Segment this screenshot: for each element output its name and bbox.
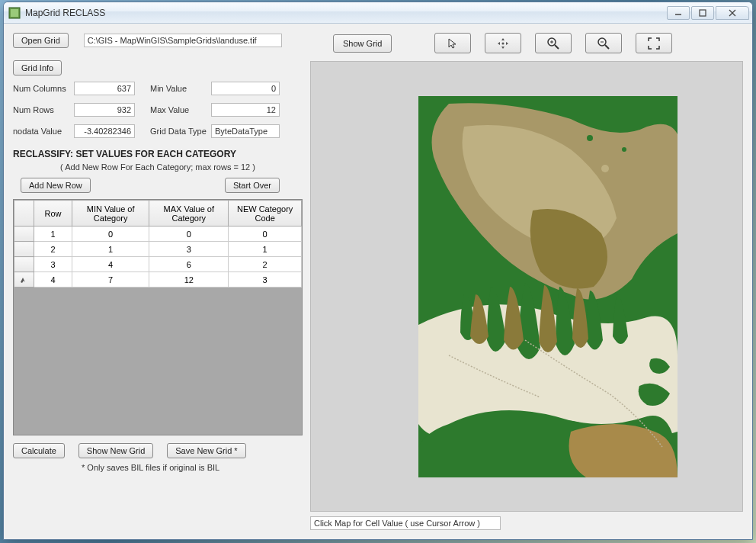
row-header <box>14 227 34 242</box>
cell-row[interactable]: 3 <box>34 257 72 272</box>
minimize-button[interactable] <box>667 6 690 20</box>
window-title: MapGrid RECLASS <box>25 8 665 18</box>
col-code: NEW Category Code <box>229 201 302 227</box>
num-rows-label: Num Rows <box>13 105 74 114</box>
svg-point-15 <box>587 135 593 141</box>
cell-code[interactable]: 2 <box>229 257 302 272</box>
right-panel: Show Grid <box>310 33 743 530</box>
pan-tool[interactable] <box>485 33 521 53</box>
zoom-in-tool[interactable] <box>535 33 572 53</box>
pan-icon <box>496 37 510 50</box>
col-row: Row <box>34 201 72 227</box>
save-new-grid-button[interactable]: Save New Grid * <box>167 443 245 458</box>
cell-row[interactable]: 1 <box>34 227 72 242</box>
zoom-out-icon <box>597 37 610 50</box>
open-grid-button[interactable]: Open Grid <box>13 33 69 48</box>
bottom-buttons: Calculate Show New Grid Save New Grid * <box>13 443 303 458</box>
save-footnote: * Only saves BIL files if original is BI… <box>82 463 303 472</box>
svg-point-6 <box>502 42 505 44</box>
num-columns-label: Num Columns <box>13 84 74 93</box>
cell-row[interactable]: 2 <box>34 242 72 257</box>
cell-min[interactable]: 4 <box>72 257 149 272</box>
calculate-button[interactable]: Calculate <box>13 443 65 458</box>
cell-code[interactable]: 0 <box>229 227 302 242</box>
map-canvas <box>418 96 678 477</box>
cell-max[interactable]: 12 <box>149 272 229 288</box>
table-row[interactable]: 2131 <box>14 242 302 257</box>
col-min: MIN Value of Category <box>72 201 149 227</box>
reclass-title: RECLASSIFY: SET VALUES FOR EACH CATEGORY <box>13 149 303 159</box>
num-columns-field[interactable] <box>74 82 135 95</box>
nodata-field[interactable] <box>74 124 135 138</box>
max-value-label: Max Value <box>150 105 211 114</box>
left-panel: Open Grid Grid Info Num Columns Min Valu… <box>13 33 303 530</box>
cell-min[interactable]: 7 <box>72 272 149 288</box>
map-toolbar: Show Grid <box>310 33 743 53</box>
zoom-in-icon <box>546 37 560 50</box>
zoom-extent-tool[interactable] <box>636 33 672 53</box>
maximize-button[interactable] <box>691 6 714 20</box>
cursor-arrow-icon <box>447 37 459 50</box>
show-new-grid-button[interactable]: Show New Grid <box>78 443 153 458</box>
row-header <box>14 272 34 288</box>
svg-line-8 <box>555 45 559 49</box>
row-header <box>14 242 34 257</box>
map-viewport[interactable] <box>310 61 743 512</box>
table-header-row: Row MIN Value of Category MAX Value of C… <box>14 201 302 227</box>
cell-max[interactable]: 3 <box>149 242 229 257</box>
expand-icon <box>647 37 661 50</box>
cell-min[interactable]: 0 <box>72 227 149 242</box>
min-value-field[interactable] <box>211 82 280 95</box>
cell-max[interactable]: 0 <box>149 227 229 242</box>
reclass-subtitle: ( Add New Row For Each Category; max row… <box>13 162 303 172</box>
add-new-row-button[interactable]: Add New Row <box>21 178 91 193</box>
min-value-label: Min Value <box>150 84 211 93</box>
grid-info-fields: Num Columns Min Value Num Rows Max Value… <box>13 82 303 138</box>
dtype-field[interactable] <box>211 124 280 138</box>
grid-info-button[interactable]: Grid Info <box>13 60 62 76</box>
row-header <box>14 257 34 272</box>
show-grid-button[interactable]: Show Grid <box>333 34 392 53</box>
svg-rect-1 <box>11 9 18 17</box>
table-row[interactable]: 47123 <box>14 272 302 288</box>
max-value-field[interactable] <box>211 103 280 117</box>
content-area: Open Grid Grid Info Num Columns Min Valu… <box>4 24 752 539</box>
num-rows-field[interactable] <box>74 103 135 117</box>
reclass-table[interactable]: Row MIN Value of Category MAX Value of C… <box>13 199 303 435</box>
svg-line-12 <box>605 45 609 49</box>
svg-point-16 <box>601 165 609 172</box>
grid-path-field[interactable] <box>84 34 282 47</box>
cell-max[interactable]: 6 <box>149 257 229 272</box>
table-row[interactable]: 3462 <box>14 257 302 272</box>
map-status-row <box>310 516 743 530</box>
zoom-out-tool[interactable] <box>585 33 622 53</box>
svg-point-17 <box>622 147 626 152</box>
titlebar: MapGrid RECLASS <box>4 2 752 24</box>
app-window: MapGrid RECLASS Open Grid Grid Info Num … <box>3 2 753 540</box>
table-row[interactable]: 1000 <box>14 227 302 242</box>
window-controls <box>665 6 749 20</box>
start-over-button[interactable]: Start Over <box>225 178 280 193</box>
nodata-label: nodata Value <box>13 127 74 136</box>
cell-min[interactable]: 1 <box>72 242 149 257</box>
svg-rect-3 <box>700 10 706 16</box>
close-button[interactable] <box>716 6 749 20</box>
cell-code[interactable]: 3 <box>229 272 302 288</box>
dtype-label: Grid Data Type <box>150 127 211 136</box>
col-max: MAX Value of Category <box>149 201 229 227</box>
cell-code[interactable]: 1 <box>229 242 302 257</box>
map-status-field[interactable] <box>310 516 501 530</box>
cell-row[interactable]: 4 <box>34 272 72 288</box>
cursor-tool[interactable] <box>434 33 471 53</box>
app-icon <box>8 7 21 19</box>
